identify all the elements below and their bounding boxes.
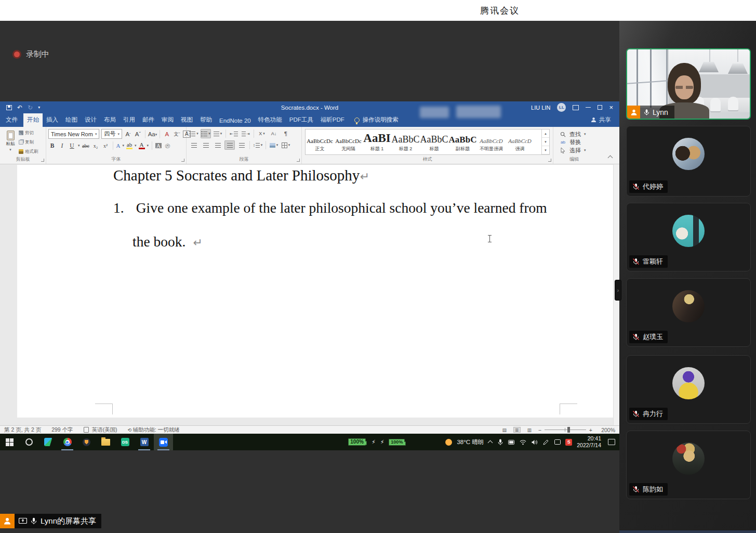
- redo-icon[interactable]: ↻: [28, 104, 33, 111]
- tab-view[interactable]: 视图: [177, 113, 196, 127]
- taskbar-clock[interactable]: 20:412022/7/14: [577, 435, 601, 448]
- tab-draw[interactable]: 绘图: [62, 113, 81, 127]
- find-button[interactable]: 查找▾: [560, 131, 586, 138]
- styles-scroll[interactable]: ▲▼▼: [541, 129, 549, 154]
- numbering-button[interactable]: ▾: [201, 129, 211, 138]
- font-size-combo[interactable]: 四号▾: [101, 129, 122, 139]
- tray-pen-icon[interactable]: [542, 439, 549, 446]
- web-layout-button[interactable]: ▥: [526, 427, 533, 433]
- tab-help[interactable]: 帮助: [196, 113, 216, 127]
- select-button[interactable]: 选择▾: [560, 147, 586, 154]
- taskbar-app-security[interactable]: [77, 434, 96, 450]
- style-heading1[interactable]: AaBI标题 1: [363, 129, 391, 154]
- tab-references[interactable]: 引用: [120, 113, 139, 127]
- signed-in-user[interactable]: LIU LIN: [531, 105, 550, 111]
- highlight-button[interactable]: ab: [126, 142, 132, 149]
- tray-wifi-icon[interactable]: [520, 439, 526, 446]
- page-indicator[interactable]: 第 2 页, 共 2 页: [4, 426, 41, 434]
- tab-mailings[interactable]: 邮件: [139, 113, 158, 127]
- document-page[interactable]: Chapter 5 Socrates and Later Philosophy↵…: [17, 165, 613, 418]
- accessibility-status[interactable]: ⟲ 辅助功能: 一切就绪: [128, 426, 180, 434]
- tray-mic-icon[interactable]: [497, 439, 503, 446]
- shrink-font-button[interactable]: Aˇ: [134, 129, 142, 138]
- sidebar-collapse-handle[interactable]: ›: [615, 280, 621, 301]
- start-button[interactable]: [0, 434, 19, 450]
- print-layout-button[interactable]: ≣: [513, 427, 521, 433]
- bold-button[interactable]: B: [48, 141, 56, 150]
- subscript-button[interactable]: x₂: [92, 141, 100, 150]
- dialog-launcher-icon[interactable]: [297, 159, 300, 162]
- font-name-combo[interactable]: Times New Rom▾: [48, 129, 99, 139]
- dialog-launcher-icon[interactable]: [181, 159, 184, 162]
- taskbar-app-thunder[interactable]: [38, 434, 58, 450]
- undo-icon[interactable]: ↶: [17, 104, 22, 111]
- copy-button[interactable]: 复制: [19, 139, 38, 145]
- qat-more-icon[interactable]: ▾: [38, 105, 40, 110]
- minimize-button[interactable]: [586, 107, 591, 108]
- style-normal[interactable]: AaBbCcDc正文: [306, 129, 334, 154]
- sogou-input-icon[interactable]: S: [565, 439, 572, 446]
- multilevel-list-button[interactable]: ▾: [213, 129, 223, 138]
- style-subtle-emphasis[interactable]: AaBbCcD不明显强调: [477, 129, 506, 154]
- align-left-button[interactable]: [189, 140, 199, 150]
- share-button[interactable]: 共享: [582, 116, 619, 127]
- dialog-launcher-icon[interactable]: [548, 159, 551, 162]
- read-mode-button[interactable]: ▤: [501, 427, 508, 433]
- tab-design[interactable]: 设计: [81, 113, 100, 127]
- zoom-slider[interactable]: [567, 427, 570, 433]
- underline-button[interactable]: U: [68, 141, 76, 150]
- align-right-button[interactable]: [213, 140, 223, 150]
- zoom-percent[interactable]: 200%: [598, 427, 615, 433]
- grow-font-button[interactable]: Aˆ: [124, 129, 132, 138]
- taskbar-app-chrome[interactable]: [58, 434, 77, 450]
- save-icon[interactable]: [6, 105, 12, 110]
- tray-tablet-icon[interactable]: [554, 439, 561, 446]
- phonetic-guide-button[interactable]: 文¨: [173, 129, 181, 138]
- style-no-spacing[interactable]: AaBbCcDc无间隔: [334, 129, 363, 154]
- close-button[interactable]: ×: [609, 103, 613, 111]
- replace-button[interactable]: ab替换: [560, 139, 586, 146]
- clear-format-button[interactable]: A: [163, 129, 171, 138]
- distribute-button[interactable]: [236, 140, 247, 150]
- participant-tile[interactable]: 雷颖轩: [626, 203, 751, 271]
- tray-expand-icon[interactable]: [488, 440, 493, 446]
- user-avatar[interactable]: LL: [557, 103, 566, 112]
- tab-home[interactable]: 开始: [23, 113, 43, 127]
- asian-layout-button[interactable]: X▾: [257, 129, 267, 138]
- taskbar-app-word[interactable]: W: [135, 434, 154, 450]
- tab-endnote[interactable]: EndNote 20: [216, 115, 255, 127]
- weather-temp[interactable]: 38°C 晴朗: [457, 438, 484, 446]
- change-case-button[interactable]: Aa▾: [149, 129, 156, 138]
- increase-indent-button[interactable]: ⇥: [241, 129, 251, 138]
- maximize-button[interactable]: [598, 105, 602, 110]
- participant-tile[interactable]: 冉力行: [626, 355, 751, 424]
- italic-button[interactable]: I: [58, 141, 66, 150]
- action-center-icon[interactable]: [608, 439, 615, 445]
- justify-button[interactable]: [224, 140, 235, 150]
- text-effects-button[interactable]: A: [116, 143, 121, 148]
- borders-button[interactable]: ▾: [281, 140, 291, 150]
- cortana-button[interactable]: [19, 434, 38, 450]
- ribbon-display-options-icon[interactable]: [573, 105, 579, 110]
- participant-tile[interactable]: 陈韵如: [626, 431, 751, 499]
- word-count[interactable]: 299 个字: [51, 426, 73, 434]
- format-painter-button[interactable]: 格式刷: [19, 149, 38, 154]
- tab-insert[interactable]: 插入: [43, 113, 62, 127]
- dialog-launcher-icon[interactable]: [41, 159, 44, 162]
- taskbar-app-explorer[interactable]: [96, 434, 115, 450]
- paste-button[interactable]: 粘贴 ▾: [2, 129, 19, 156]
- tab-features[interactable]: 特色功能: [255, 113, 286, 127]
- collapse-ribbon-icon[interactable]: [608, 155, 613, 161]
- tab-review[interactable]: 审阅: [158, 113, 177, 127]
- battery-indicator-1[interactable]: 100%: [348, 438, 366, 446]
- style-title[interactable]: AaBbC标题: [420, 129, 448, 154]
- font-color-button[interactable]: A: [139, 142, 145, 149]
- bullets-button[interactable]: ▾: [189, 129, 199, 138]
- tab-file[interactable]: 文件: [0, 113, 23, 127]
- zoom-control[interactable]: − +: [538, 427, 592, 433]
- tell-me-search[interactable]: 操作说明搜索: [348, 116, 399, 127]
- superscript-button[interactable]: x²: [102, 141, 110, 150]
- tab-pdf-tools[interactable]: PDF工具: [286, 113, 317, 127]
- tray-volume-icon[interactable]: [531, 439, 538, 446]
- character-shading-button[interactable]: A: [155, 143, 162, 148]
